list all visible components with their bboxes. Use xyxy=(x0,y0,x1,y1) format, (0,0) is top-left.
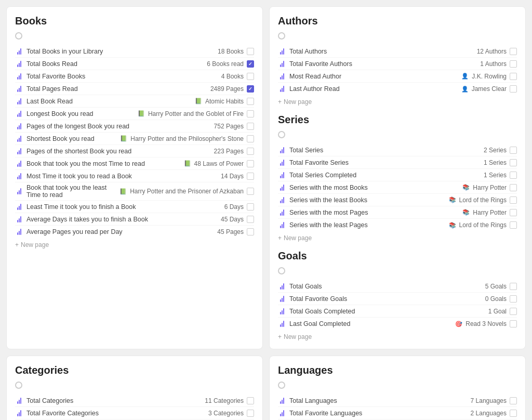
row-value: 1 Series xyxy=(484,172,507,179)
row-checkbox[interactable] xyxy=(510,308,517,315)
row-checkbox[interactable] xyxy=(247,85,254,93)
row-checkbox[interactable] xyxy=(510,221,517,229)
series-indicator xyxy=(278,131,285,138)
row-label: Total Books in your Library xyxy=(26,48,218,55)
row-value: 4 Books xyxy=(221,73,244,80)
row-checkbox[interactable] xyxy=(510,147,517,154)
table-row: Series with the least Books📚Lord of the … xyxy=(278,194,517,206)
row-value: 📚Lord of the Rings xyxy=(449,196,507,204)
row-label: Series with the least Books xyxy=(289,196,449,204)
row-label: Total Favorite Languages xyxy=(289,410,471,417)
row-checkbox[interactable] xyxy=(247,48,254,55)
row-checkbox[interactable] xyxy=(247,123,254,130)
row-checkbox[interactable] xyxy=(247,60,254,68)
table-row: Total Languages7 Languages xyxy=(278,395,517,407)
table-row: Total Favorite Series1 Series xyxy=(278,156,517,169)
books-rows: Total Books in your Library18 BooksTotal… xyxy=(15,45,254,238)
row-checkbox[interactable] xyxy=(247,160,254,167)
row-value: 2 Languages xyxy=(471,410,507,417)
row-checkbox[interactable] xyxy=(510,184,517,191)
row-checkbox[interactable] xyxy=(247,148,254,155)
goals-indicator xyxy=(278,267,285,274)
row-checkbox[interactable] xyxy=(510,172,517,179)
bar-chart-icon xyxy=(15,122,23,130)
bar-chart-icon xyxy=(278,295,286,303)
row-label: Series with the most Pages xyxy=(289,209,462,216)
categories-indicator xyxy=(15,382,22,389)
row-checkbox[interactable] xyxy=(247,188,254,195)
authors-rows: Total Authors12 AuthorsTotal Favorite Au… xyxy=(278,45,517,95)
row-label: Average Pages you read per Day xyxy=(26,228,217,235)
row-label: Last Author Read xyxy=(289,85,461,93)
row-value: 45 Pages xyxy=(217,228,244,235)
books-panel: Books Total Books in your Library18 Book… xyxy=(6,6,263,349)
table-row: Total Authors12 Authors xyxy=(278,45,517,58)
bar-chart-icon xyxy=(15,215,23,224)
row-label: Longest Book you read xyxy=(26,110,138,117)
row-checkbox[interactable] xyxy=(247,173,254,180)
table-row: Average Days it takes you to finish a Bo… xyxy=(15,213,254,226)
row-checkbox[interactable] xyxy=(247,135,254,142)
row-value: 45 Days xyxy=(221,216,244,223)
row-checkbox[interactable] xyxy=(510,85,517,93)
row-checkbox[interactable] xyxy=(247,410,254,417)
row-label: Book that took you the least Time to rea… xyxy=(26,184,119,199)
row-checkbox[interactable] xyxy=(510,410,517,417)
series-new-page[interactable]: + New page xyxy=(278,231,517,242)
row-value: 7 Languages xyxy=(471,397,507,404)
table-row: Series with the most Books📚Harry Potter xyxy=(278,181,517,194)
row-checkbox[interactable] xyxy=(247,228,254,235)
row-checkbox[interactable] xyxy=(247,73,254,80)
row-checkbox[interactable] xyxy=(510,196,517,204)
bar-chart-icon xyxy=(15,172,23,180)
row-checkbox[interactable] xyxy=(510,73,517,80)
row-checkbox[interactable] xyxy=(510,60,517,68)
row-value: 1 Goal xyxy=(488,308,507,315)
goals-new-page[interactable]: + New page xyxy=(278,330,517,340)
bar-chart-icon xyxy=(278,60,286,68)
bar-chart-icon xyxy=(278,171,286,179)
bar-chart-icon xyxy=(15,97,23,106)
row-checkbox[interactable] xyxy=(510,283,517,290)
row-checkbox[interactable] xyxy=(510,209,517,216)
row-checkbox[interactable] xyxy=(510,295,517,303)
row-checkbox[interactable] xyxy=(247,203,254,211)
row-checkbox[interactable] xyxy=(510,159,517,166)
series-title: Series xyxy=(278,114,517,126)
row-checkbox[interactable] xyxy=(247,110,254,117)
series-rows: Total Series2 SeriesTotal Favorite Serie… xyxy=(278,144,517,231)
row-label: Total Series xyxy=(289,147,484,154)
row-value: 5 Goals xyxy=(485,283,507,290)
bar-chart-icon xyxy=(278,196,286,204)
authors-new-page[interactable]: + New page xyxy=(278,95,517,106)
table-row: Total Favorite Goals0 Goals xyxy=(278,293,517,305)
row-value: 👤J.K. Rowling xyxy=(461,73,507,80)
authors-title: Authors xyxy=(278,15,517,27)
table-row: Total Books in your Library18 Books xyxy=(15,45,254,58)
books-title: Books xyxy=(15,15,254,27)
table-row: Pages of the longest Book you read752 Pa… xyxy=(15,120,254,133)
table-row: Total Favorite Languages2 Languages xyxy=(278,407,517,419)
row-checkbox[interactable] xyxy=(510,397,517,404)
row-checkbox[interactable] xyxy=(247,397,254,404)
row-checkbox[interactable] xyxy=(247,216,254,223)
row-checkbox[interactable] xyxy=(510,320,517,327)
table-row: Total Favorite Authors1 Authors xyxy=(278,58,517,70)
row-checkbox[interactable] xyxy=(510,48,517,55)
table-row: Average Pages you read per Day45 Pages xyxy=(15,226,254,238)
row-value: 📗Harry Potter and the Philosopher's Ston… xyxy=(120,135,244,142)
bar-chart-icon xyxy=(278,208,286,217)
categories-rows: Total Categories11 CategoriesTotal Favor… xyxy=(15,395,254,420)
books-new-page[interactable]: + New page xyxy=(15,238,254,248)
row-value: 2489 Pages xyxy=(210,85,244,93)
row-checkbox[interactable] xyxy=(247,98,254,105)
table-row: Shortest Book you read📗Harry Potter and … xyxy=(15,133,254,145)
row-value: 1 Series xyxy=(484,159,507,166)
row-value: 📚Harry Potter xyxy=(462,209,507,216)
row-value: 📗Harry Potter and the Prisoner of Azkaba… xyxy=(119,188,244,195)
table-row: Total Goals5 Goals xyxy=(278,280,517,293)
table-row: Least Time it took you to finish a Book6… xyxy=(15,201,254,213)
bar-chart-icon xyxy=(15,85,23,93)
table-row: Series with the most Pages📚Harry Potter xyxy=(278,206,517,219)
bar-chart-icon xyxy=(278,221,286,229)
